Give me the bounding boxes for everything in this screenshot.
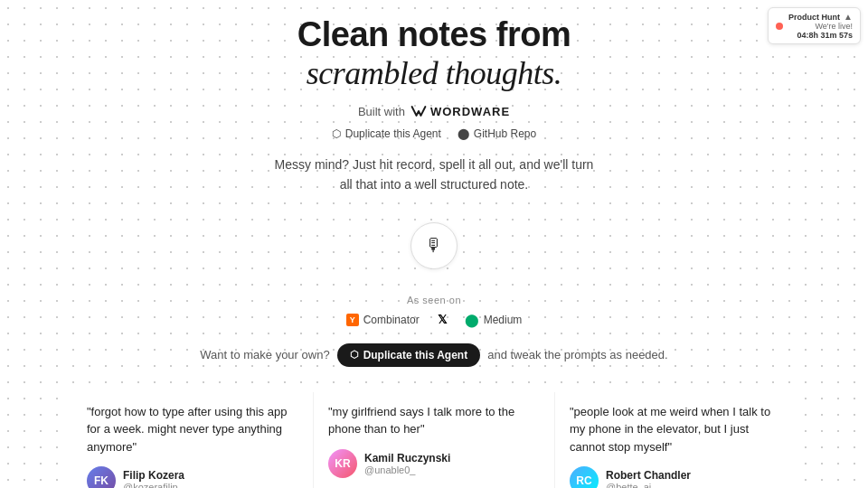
testimonial-1-author-info: Filip Kozera @kozerafilip: [123, 469, 184, 488]
main-content: Clean notes from scrambled thoughts. Bui…: [0, 0, 868, 488]
github-repo-link[interactable]: ⬤ GitHub Repo: [458, 127, 536, 140]
testimonial-2-author: KR Kamil Ruczynski @unable0_: [328, 449, 540, 478]
duplicate-bar-prefix: Want to make your own?: [200, 348, 329, 361]
testimonial-2-author-info: Kamil Ruczynski @unable0_: [364, 452, 450, 475]
duplicate-bar-icon: ⬡: [350, 349, 359, 361]
testimonial-3-author-info: Robert Chandler @bette_ai: [606, 469, 691, 488]
page-title-line1: Clean notes from: [297, 16, 571, 54]
as-seen-ycombinator: Y Combinator: [346, 314, 420, 326]
as-seen-on-section: As seen on Y Combinator 𝕏 ⬤ Medium: [346, 295, 523, 327]
wordware-logo: WORDWARE: [410, 105, 510, 118]
duplicate-icon: ⬡: [332, 127, 341, 140]
medium-label: Medium: [484, 314, 523, 326]
duplicate-bar: Want to make your own? ⬡ Duplicate this …: [200, 343, 667, 367]
testimonial-1: "forgot how to type after using this app…: [72, 392, 313, 488]
ph-arrow-icon: ▲: [844, 12, 853, 22]
testimonial-3-author: RC Robert Chandler @bette_ai: [570, 466, 781, 488]
testimonial-1-handle: @kozerafilip: [123, 482, 184, 488]
mic-icon: 🎙: [425, 235, 443, 256]
duplicate-bar-button[interactable]: ⬡ Duplicate this Agent: [337, 343, 481, 367]
duplicate-bar-suffix: and tweak the prompts as needed.: [487, 348, 667, 361]
testimonial-3-name: Robert Chandler: [606, 469, 691, 482]
testimonial-2-handle: @unable0_: [364, 465, 450, 475]
ph-timer: 04:8h 31m 57s: [797, 31, 853, 40]
product-hunt-badge[interactable]: Product Hunt ▲ We're live! 04:8h 31m 57s: [768, 7, 861, 44]
built-with-text: Built with: [358, 105, 405, 118]
built-with-row: Built with WORDWARE: [358, 105, 510, 118]
as-seen-medium: ⬤ Medium: [465, 313, 523, 327]
page-title-line2: scrambled thoughts.: [297, 54, 571, 92]
as-seen-x: 𝕏: [438, 313, 447, 326]
links-row: ⬡ Duplicate this Agent ⬤ GitHub Repo: [332, 127, 536, 140]
ph-label: Product Hunt: [788, 13, 840, 22]
testimonial-3: "people look at me weird when I talk to …: [554, 392, 796, 488]
ph-dot-icon: [776, 23, 783, 30]
testimonial-2: "my girlfriend says I talk more to the p…: [313, 392, 554, 488]
mic-container: 🎙: [410, 222, 458, 269]
testimonial-1-author: FK Filip Kozera @kozerafilip: [87, 466, 298, 488]
testimonial-1-name: Filip Kozera: [123, 469, 184, 482]
testimonial-3-handle: @bette_ai: [606, 482, 691, 488]
as-seen-logos: Y Combinator 𝕏 ⬤ Medium: [346, 313, 523, 327]
testimonial-3-quote: "people look at me weird when I talk to …: [570, 403, 781, 456]
description-text: Messy mind? Just hit record, spell it al…: [275, 155, 594, 195]
ph-live-text: We're live!: [815, 22, 853, 31]
github-icon: ⬤: [458, 127, 469, 140]
medium-icon: ⬤: [465, 313, 479, 327]
ycomb-label: Combinator: [363, 314, 420, 326]
testimonial-3-avatar: RC: [570, 466, 599, 488]
as-seen-label: As seen on: [407, 295, 461, 305]
ph-badge-content: Product Hunt ▲ We're live! 04:8h 31m 57s: [788, 12, 853, 40]
testimonial-1-quote: "forgot how to type after using this app…: [87, 403, 298, 456]
ycomb-icon: Y: [346, 314, 359, 326]
testimonial-2-quote: "my girlfriend says I talk more to the p…: [328, 403, 540, 438]
duplicate-agent-link[interactable]: ⬡ Duplicate this Agent: [332, 127, 441, 140]
testimonial-2-avatar: KR: [328, 449, 357, 478]
x-icon: 𝕏: [438, 313, 447, 326]
wordware-icon: [410, 105, 427, 117]
testimonial-1-avatar: FK: [87, 466, 116, 488]
testimonials-section: "forgot how to type after using this app…: [0, 392, 868, 488]
page-title-block: Clean notes from scrambled thoughts.: [297, 16, 571, 92]
mic-button[interactable]: 🎙: [410, 222, 458, 269]
testimonial-2-name: Kamil Ruczynski: [364, 452, 450, 465]
